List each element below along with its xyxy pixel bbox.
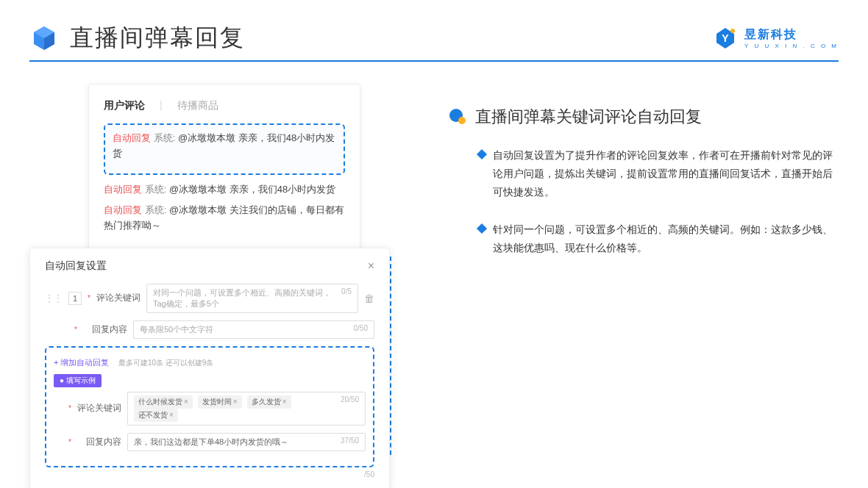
- keyword-tag[interactable]: 还不发货×: [134, 409, 178, 422]
- example-badge: ● 填写示例: [54, 374, 102, 387]
- auto-reply-tag: 自动回复: [113, 132, 151, 143]
- keyword-label: 评论关键词: [96, 292, 140, 304]
- keyword-counter: 0/5: [341, 287, 352, 309]
- diamond-bullet-icon: [477, 223, 487, 233]
- bullet-item: 自动回复设置为了提升作者的评论回复效率，作者可在开播前针对常见的评论用户问题，提…: [449, 146, 839, 202]
- add-auto-reply-link[interactable]: + 增加自动回复: [54, 358, 109, 367]
- outer-counter: /50: [45, 470, 374, 478]
- bubble-icon: [449, 108, 466, 126]
- ex-content-input[interactable]: 亲，我们这边都是下单48小时内发货的哦～ 37/50: [127, 433, 366, 451]
- content-counter: 0/50: [354, 324, 368, 335]
- content-label: 回复内容: [83, 323, 127, 336]
- comment-text-2: @冰墩墩本墩 亲亲，我们48小时内发货: [169, 184, 335, 195]
- system-label: 系统:: [154, 132, 176, 143]
- example-section: + 增加自动回复 最多可建10条 还可以创建9条 ● 填写示例 * 评论关键词 …: [45, 346, 374, 467]
- brand-logo-block: Y 昱新科技 Y U U X I N . C O M: [714, 26, 839, 50]
- delete-icon[interactable]: 🗑: [364, 293, 374, 304]
- svg-text:Y: Y: [722, 32, 729, 44]
- bullet-item: 针对同一个问题，可设置多个相近的、高频的关键词。例如：这款多少钱、这块能优惠吗、…: [449, 220, 839, 257]
- close-icon[interactable]: ×: [368, 259, 374, 273]
- ex-content-label: 回复内容: [77, 436, 121, 448]
- section-title: 直播间弹幕关键词评论自动回复: [475, 106, 702, 128]
- diamond-bullet-icon: [477, 149, 487, 159]
- svg-point-4: [730, 29, 735, 33]
- keyword-tag[interactable]: 多久发货×: [247, 395, 291, 409]
- settings-modal: 自动回复设置 × ⋮⋮ 1 * 评论关键词 对同一个问题，可设置多个相近、高频的…: [29, 248, 390, 488]
- content-input[interactable]: 每条限50个中文字符 0/50: [133, 320, 374, 339]
- highlighted-comment: 自动回复 系统: @冰墩墩本墩 亲亲，我们48小时内发货: [104, 123, 345, 175]
- tab-pending-goods[interactable]: 待播商品: [177, 99, 218, 112]
- brand-name-cn: 昱新科技: [744, 27, 839, 43]
- svg-point-6: [458, 117, 466, 124]
- tab-user-comments[interactable]: 用户评论: [104, 99, 145, 112]
- header-divider: [29, 60, 839, 62]
- required-star: *: [74, 326, 77, 334]
- keyword-tag[interactable]: 什么时候发货×: [134, 395, 193, 409]
- row-number: 1: [68, 292, 82, 305]
- settings-title: 自动回复设置: [45, 259, 107, 273]
- drag-handle-icon[interactable]: ⋮⋮: [45, 293, 63, 304]
- page-title: 直播间弹幕回复: [70, 22, 245, 54]
- ex-keyword-input[interactable]: 什么时候发货× 发货时间× 多久发货× 还不发货× 20/50: [127, 392, 366, 426]
- keyword-input[interactable]: 对同一个问题，可设置多个相近、高频的关键词，Tag确定，最多5个 0/5: [146, 284, 358, 313]
- required-star: *: [88, 294, 90, 302]
- bullet-text-2: 针对同一个问题，可设置多个相近的、高频的关键词。例如：这款多少钱、这块能优惠吗、…: [493, 220, 839, 257]
- brand-name-en: Y U U X I N . C O M: [744, 43, 839, 49]
- bullet-text-1: 自动回复设置为了提升作者的评论回复效率，作者可在开播前针对常见的评论用户问题，提…: [493, 146, 839, 202]
- connector-line-v: [390, 256, 391, 455]
- keyword-tag[interactable]: 发货时间×: [198, 395, 242, 409]
- comment-row: 自动回复 系统: @冰墩墩本墩 关注我们的店铺，每日都有热门推荐呦～: [104, 203, 345, 234]
- add-hint: 最多可建10条 还可以创建9条: [118, 359, 213, 367]
- cube-icon: [29, 24, 59, 53]
- tab-separator: |: [160, 99, 163, 112]
- ex-keyword-label: 评论关键词: [77, 402, 121, 415]
- comments-card: 用户评论 | 待播商品 自动回复 系统: @冰墩墩本墩 亲亲，我们48小时内发货…: [88, 84, 360, 255]
- comment-row: 自动回复 系统: @冰墩墩本墩 亲亲，我们48小时内发货: [104, 182, 345, 198]
- brand-icon: Y: [714, 26, 737, 50]
